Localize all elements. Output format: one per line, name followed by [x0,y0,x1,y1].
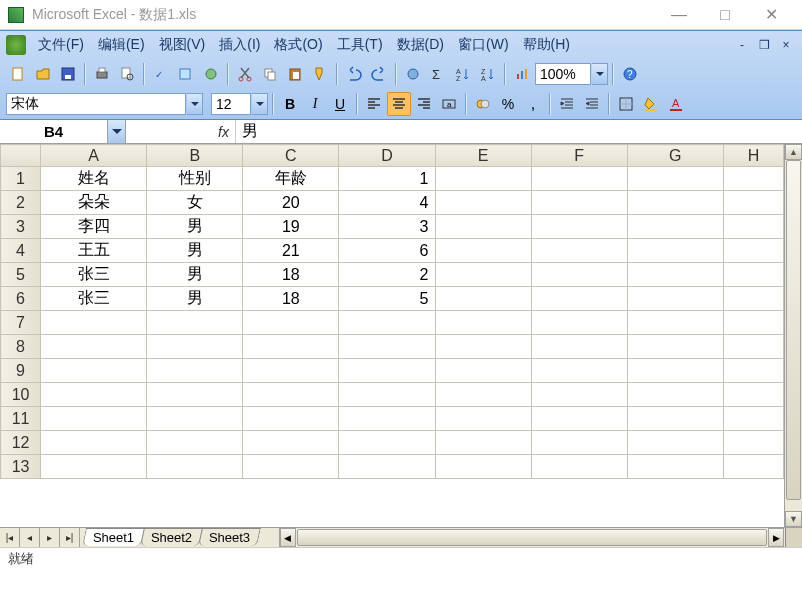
cell[interactable] [723,239,783,263]
font-name-dropdown[interactable] [187,93,203,115]
cell[interactable] [531,311,627,335]
tab-nav-prev[interactable]: ◂ [20,528,40,547]
cell[interactable]: 王五 [41,239,147,263]
workbook-restore-button[interactable]: ❐ [756,37,772,53]
cell[interactable] [627,263,723,287]
cell[interactable] [339,311,435,335]
cell[interactable] [723,383,783,407]
cell[interactable] [435,167,531,191]
cell[interactable] [723,455,783,479]
name-box-dropdown[interactable] [108,120,126,143]
menu-edit[interactable]: 编辑(E) [92,33,151,57]
merge-center-button[interactable]: a [437,92,461,116]
translate-button[interactable] [199,62,223,86]
cell[interactable] [435,431,531,455]
sort-asc-button[interactable]: AZ [451,62,475,86]
name-box[interactable]: B4 [0,120,108,143]
row-header[interactable]: 4 [1,239,41,263]
row-header[interactable]: 5 [1,263,41,287]
font-name-select[interactable]: 宋体 [6,93,186,115]
cell[interactable] [41,335,147,359]
comma-button[interactable]: , [521,92,545,116]
fill-color-button[interactable] [639,92,663,116]
cell[interactable] [339,455,435,479]
menu-view[interactable]: 视图(V) [153,33,212,57]
cell[interactable] [531,287,627,311]
hscroll-thumb[interactable] [297,529,767,546]
cell[interactable] [531,431,627,455]
tab-nav-next[interactable]: ▸ [40,528,60,547]
cell[interactable] [723,359,783,383]
column-header[interactable]: G [627,145,723,167]
cell[interactable] [147,383,243,407]
cell[interactable] [339,383,435,407]
select-all-corner[interactable] [1,145,41,167]
column-header[interactable]: H [723,145,783,167]
cell[interactable]: 1 [339,167,435,191]
align-left-button[interactable] [362,92,386,116]
cell[interactable] [627,287,723,311]
cell[interactable] [531,359,627,383]
scroll-left-arrow[interactable]: ◀ [280,528,296,547]
cell[interactable]: 男 [147,263,243,287]
cell[interactable]: 朵朵 [41,191,147,215]
cell[interactable] [41,407,147,431]
cell[interactable] [531,383,627,407]
hscroll-splitter[interactable] [785,528,802,547]
open-button[interactable] [31,62,55,86]
cell[interactable] [627,431,723,455]
cell[interactable] [41,311,147,335]
tab-nav-last[interactable]: ▸| [60,528,80,547]
cell[interactable] [243,455,339,479]
row-header[interactable]: 8 [1,335,41,359]
cell[interactable] [339,431,435,455]
cell[interactable] [723,191,783,215]
column-header[interactable]: D [339,145,435,167]
column-header[interactable]: B [147,145,243,167]
cell[interactable] [435,239,531,263]
cell[interactable]: 18 [243,287,339,311]
menu-window[interactable]: 窗口(W) [452,33,515,57]
cell[interactable] [723,431,783,455]
cell[interactable] [627,191,723,215]
cell[interactable] [531,239,627,263]
cell[interactable] [243,431,339,455]
fx-label[interactable]: fx [126,120,236,143]
font-size-select[interactable]: 12 [211,93,251,115]
cell[interactable] [531,215,627,239]
cell[interactable] [627,455,723,479]
workbook-minimize-button[interactable]: - [734,37,750,53]
cell[interactable] [627,359,723,383]
underline-button[interactable]: U [328,92,352,116]
sheet-tab[interactable]: Sheet1 [82,528,145,546]
cell[interactable]: 男 [147,287,243,311]
tab-nav-first[interactable]: |◂ [0,528,20,547]
cell[interactable] [723,215,783,239]
row-header[interactable]: 12 [1,431,41,455]
cell[interactable] [627,335,723,359]
cell[interactable] [723,335,783,359]
borders-button[interactable] [614,92,638,116]
font-color-button[interactable]: A [664,92,688,116]
horizontal-scrollbar[interactable]: ◀ ▶ [279,528,802,547]
cell[interactable] [41,455,147,479]
align-right-button[interactable] [412,92,436,116]
hyperlink-button[interactable] [401,62,425,86]
align-center-button[interactable] [387,92,411,116]
cell[interactable] [243,407,339,431]
cell[interactable] [531,407,627,431]
menu-data[interactable]: 数据(D) [391,33,450,57]
cell[interactable]: 姓名 [41,167,147,191]
zoom-dropdown[interactable] [592,63,608,85]
cell[interactable] [243,311,339,335]
row-header[interactable]: 7 [1,311,41,335]
minimize-button[interactable]: — [656,0,702,30]
cell[interactable] [435,407,531,431]
cell[interactable] [723,167,783,191]
cell[interactable]: 5 [339,287,435,311]
vertical-scrollbar[interactable]: ▲ ▼ [784,144,802,527]
research-button[interactable] [174,62,198,86]
column-header[interactable]: C [243,145,339,167]
menu-tools[interactable]: 工具(T) [331,33,389,57]
save-button[interactable] [56,62,80,86]
